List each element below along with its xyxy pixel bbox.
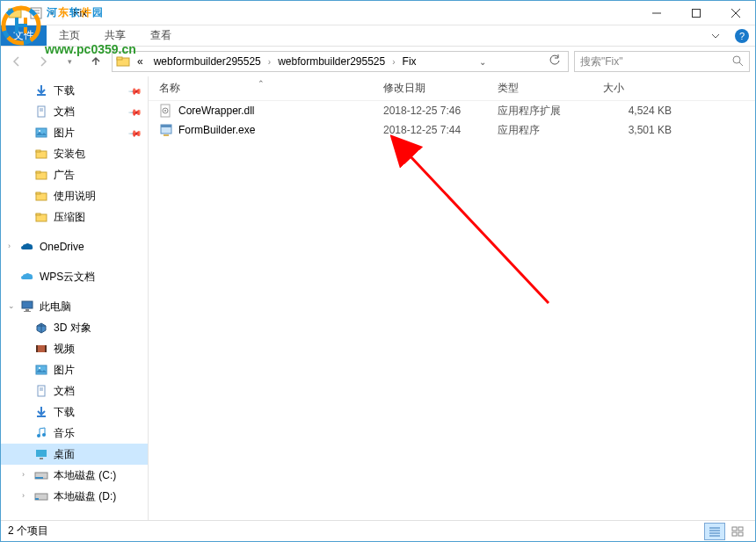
sidebar-item-onedrive[interactable]: › OneDrive (1, 236, 148, 257)
sidebar-item-wps[interactable]: WPS云文档 (1, 266, 148, 287)
svg-point-44 (37, 434, 40, 437)
svg-rect-6 (9, 9, 14, 11)
maximize-button[interactable] (676, 1, 716, 25)
breadcrumb-prefix[interactable]: « (134, 55, 147, 68)
minimize-button[interactable] (636, 1, 676, 25)
column-type[interactable]: 类型 (487, 81, 592, 96)
chevron-right-icon[interactable]: › (22, 470, 25, 479)
sidebar-item-downloads[interactable]: 下载 📌 (1, 80, 148, 101)
ribbon-expand-icon[interactable] (702, 25, 729, 46)
sidebar-label: 本地磁盘 (D:) (54, 489, 116, 504)
file-row[interactable]: CoreWrapper.dll 2018-12-25 7:46 应用程序扩展 4… (149, 101, 755, 120)
sidebar-item-pictures[interactable]: 图片 📌 (1, 122, 148, 143)
refresh-icon[interactable] (545, 54, 564, 69)
tab-share[interactable]: 共享 (92, 25, 138, 46)
file-list[interactable]: CoreWrapper.dll 2018-12-25 7:46 应用程序扩展 4… (149, 101, 755, 520)
column-size[interactable]: 大小 (592, 81, 689, 96)
sidebar-label: 视频 (54, 342, 75, 357)
sidebar-label: 安装包 (54, 147, 85, 162)
ribbon-tabs: 文件 主页 共享 查看 ? (1, 25, 755, 47)
file-size: 3,501 KB (592, 124, 689, 136)
sidebar-item-music[interactable]: 音乐 (1, 423, 148, 444)
pin-icon: 📌 (128, 126, 142, 140)
file-row[interactable]: FormBuilder.exe 2018-12-25 7:44 应用程序 3,5… (149, 120, 755, 140)
sidebar-label: 文档 (54, 105, 75, 119)
sidebar-item-pictures[interactable]: 图片 (1, 359, 148, 380)
svg-line-60 (408, 154, 549, 303)
sidebar-item-folder[interactable]: 使用说明 (1, 185, 148, 206)
svg-rect-27 (36, 171, 40, 173)
sidebar-item-diskc[interactable]: › 本地磁盘 (C:) (1, 465, 148, 486)
chevron-down-icon[interactable]: ⌄ (8, 301, 15, 310)
forward-button[interactable] (33, 51, 54, 72)
file-name: CoreWrapper.dll (178, 105, 254, 117)
tab-home[interactable]: 主页 (47, 25, 92, 46)
chevron-right-icon[interactable]: › (22, 491, 25, 500)
sidebar-item-thispc[interactable]: ⌄ 此电脑 (1, 296, 148, 317)
sidebar-label: 下载 (54, 405, 75, 420)
close-button[interactable] (716, 1, 755, 25)
svg-rect-36 (36, 345, 38, 352)
svg-rect-65 (732, 527, 737, 531)
search-icon[interactable] (731, 54, 744, 69)
sidebar-item-folder[interactable]: 压缩图 (1, 206, 148, 228)
navigation-pane[interactable]: 下载 📌 文档 📌 图片 📌 安装包 广告 使用说明 压缩图 (1, 76, 149, 520)
sidebar-label: 网络 (40, 519, 61, 521)
help-button[interactable]: ? (729, 25, 755, 46)
dropdown-icon[interactable]: ⌄ (476, 57, 490, 67)
svg-rect-25 (36, 150, 40, 152)
svg-point-16 (733, 56, 740, 63)
exe-icon (159, 123, 173, 137)
file-size: 4,524 KB (592, 105, 689, 117)
properties-icon[interactable] (29, 6, 43, 20)
search-input[interactable]: 搜索"Fix" (574, 51, 750, 72)
column-label: 名称 (159, 82, 180, 94)
svg-rect-37 (45, 345, 47, 352)
folder-icon (8, 6, 22, 20)
sidebar-item-documents[interactable]: 文档 📌 (1, 101, 148, 122)
sidebar-label: 本地磁盘 (C:) (54, 468, 116, 483)
breadcrumb-item[interactable]: Fix (399, 55, 420, 68)
sidebar-item-folder[interactable]: 广告 (1, 164, 148, 185)
document-icon (34, 105, 48, 119)
sidebar-item-3dobjects[interactable]: 3D 对象 (1, 317, 148, 338)
up-button[interactable] (85, 51, 106, 72)
recent-dropdown-icon[interactable]: ▾ (59, 51, 80, 72)
sidebar-item-folder[interactable]: 安装包 (1, 143, 148, 164)
sidebar-item-network[interactable]: › 网络 (1, 516, 148, 520)
svg-rect-47 (40, 458, 43, 459)
picture-icon (34, 363, 48, 377)
breadcrumb-item[interactable]: webformbuilder295525 (150, 55, 265, 68)
chevron-right-icon[interactable]: › (8, 242, 11, 250)
breadcrumb[interactable]: « webformbuilder295525 › webformbuilder2… (112, 51, 569, 72)
svg-rect-68 (738, 532, 743, 536)
column-headers[interactable]: ⌃ 名称 修改日期 类型 大小 (149, 76, 755, 101)
qat-dropdown-icon[interactable]: ▾ (50, 9, 55, 18)
svg-point-56 (164, 110, 166, 112)
onedrive-icon (20, 240, 34, 254)
svg-point-45 (42, 433, 46, 437)
sidebar-item-documents[interactable]: 文档 (1, 380, 148, 401)
svg-line-17 (739, 62, 743, 66)
column-name[interactable]: ⌃ 名称 (149, 81, 373, 96)
tab-view[interactable]: 查看 (138, 25, 184, 46)
file-type: 应用程序 (487, 123, 592, 138)
details-view-button[interactable] (704, 523, 725, 540)
sidebar-label: 图片 (54, 126, 75, 141)
sidebar-item-desktop[interactable]: 桌面 (1, 444, 148, 465)
sidebar-item-downloads[interactable]: 下载 (1, 401, 148, 423)
sidebar-item-diskd[interactable]: › 本地磁盘 (D:) (1, 486, 148, 507)
file-tab[interactable]: 文件 (1, 25, 47, 46)
svg-rect-58 (161, 125, 171, 127)
sidebar-label: 压缩图 (54, 210, 85, 225)
search-placeholder: 搜索"Fix" (580, 54, 623, 69)
sidebar-item-videos[interactable]: 视频 (1, 338, 148, 359)
large-icons-view-button[interactable] (727, 523, 748, 540)
back-button[interactable] (6, 51, 27, 72)
sidebar-label: 下载 (54, 83, 75, 98)
breadcrumb-item[interactable]: webformbuilder295525 (274, 55, 389, 68)
status-item-count: 2 个项目 (8, 524, 48, 538)
column-date[interactable]: 修改日期 (373, 81, 487, 96)
sidebar-label: 音乐 (54, 426, 75, 441)
svg-rect-34 (24, 311, 31, 312)
